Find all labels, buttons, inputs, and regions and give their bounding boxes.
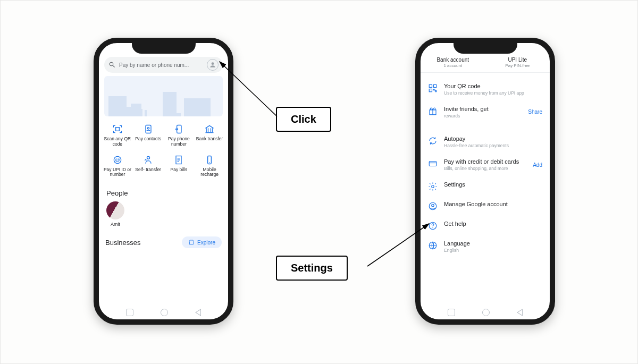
nav-home-icon[interactable] [482, 309, 490, 316]
tab-bank-account[interactable]: Bank account 1 account [421, 55, 485, 72]
profile-menu-list: Your QR code Use to receive money from a… [421, 78, 550, 258]
action-label: Pay contacts [135, 137, 161, 142]
android-nav-bar [99, 308, 228, 317]
phone-mock-home: Pay by name or phone num... Scan any QR … [94, 38, 233, 325]
row-autopay[interactable]: Autopay Hassle-free automatic payments [421, 131, 550, 154]
nav-home-icon[interactable] [161, 309, 168, 316]
row-title: Your QR code [444, 83, 542, 89]
search-icon [108, 61, 116, 69]
row-title: Get help [444, 221, 542, 227]
bills-icon [173, 155, 184, 165]
bank-icon [204, 124, 215, 134]
phone-mock-settings: Bank account 1 account UPI Lite Pay PIN-… [415, 38, 555, 325]
row-title: Settings [444, 181, 542, 188]
row-qr-code[interactable]: Your QR code Use to receive money from a… [421, 78, 550, 101]
action-label: Scan any QR code [103, 137, 132, 147]
svg-rect-1 [116, 128, 120, 131]
action-scan-qr[interactable]: Scan any QR code [102, 124, 133, 147]
row-subtitle: English [444, 248, 542, 253]
row-title: Autopay [444, 136, 542, 142]
row-cards[interactable]: Pay with credit or debit cards Bills, on… [421, 154, 550, 176]
card-icon [428, 159, 438, 168]
people-row: Amit [106, 201, 221, 227]
action-label: Pay phone number [164, 137, 193, 147]
self-transfer-icon [143, 155, 154, 165]
svg-text:@: @ [115, 157, 120, 163]
action-pay-upi[interactable]: @ Pay UPI ID or number [102, 155, 133, 178]
recharge-icon [204, 155, 215, 165]
businesses-heading: Businesses [105, 239, 140, 247]
person-avatar [106, 201, 124, 219]
row-invite-friends[interactable]: Invite friends, get rewards Share [421, 101, 550, 124]
svg-point-18 [432, 204, 434, 207]
svg-rect-12 [434, 84, 436, 87]
action-pay-bills[interactable]: Pay bills [164, 155, 195, 178]
row-subtitle: Use to receive money from any UPI app [444, 90, 542, 96]
android-nav-bar [421, 308, 550, 317]
svg-point-0 [212, 62, 214, 65]
action-recharge[interactable]: Mobile recharge [194, 155, 225, 178]
autopay-icon [428, 136, 438, 146]
search-placeholder: Pay by name or phone num... [119, 62, 204, 68]
row-get-help[interactable]: Get help [421, 216, 550, 235]
qr-scan-icon [112, 124, 123, 134]
nav-back-icon[interactable] [517, 309, 523, 316]
svg-point-20 [432, 227, 433, 228]
svg-point-16 [432, 185, 434, 188]
nav-recent-icon[interactable] [126, 309, 133, 316]
phone-pay-icon [173, 124, 184, 134]
row-title: Invite friends, get [444, 106, 522, 112]
qr-icon [428, 83, 438, 93]
help-icon [428, 221, 438, 231]
row-title: Manage Google account [444, 201, 542, 207]
row-subtitle: Hassle-free automatic payments [444, 143, 542, 149]
gear-icon [428, 182, 438, 191]
row-language[interactable]: Language English [421, 235, 550, 258]
action-self-transfer[interactable]: Self- transfer [133, 155, 164, 178]
payment-method-tabs: Bank account 1 account UPI Lite Pay PIN-… [421, 55, 550, 73]
row-subtitle: Bills, online shopping, and more [444, 166, 526, 172]
nav-back-icon[interactable] [195, 309, 201, 316]
nav-recent-icon[interactable] [448, 309, 455, 316]
people-heading: People [106, 189, 221, 197]
hero-illustration [104, 76, 223, 116]
person-amit[interactable]: Amit [106, 201, 124, 227]
search-bar[interactable]: Pay by name or phone num... [104, 57, 223, 73]
action-label: Mobile recharge [195, 167, 224, 178]
action-label: Pay bills [171, 167, 188, 173]
action-pay-phone[interactable]: Pay phone number [164, 124, 195, 147]
svg-point-7 [147, 156, 149, 159]
tab-title: Bank account [421, 57, 485, 63]
google-account-icon [428, 201, 438, 211]
action-label: Bank transfer [196, 137, 223, 142]
tab-upi-lite[interactable]: UPI Lite Pay PIN-free [485, 55, 550, 72]
svg-rect-15 [429, 161, 436, 166]
gift-icon [428, 106, 438, 116]
quick-actions-grid: Scan any QR code Pay contacts Pay phone … [102, 124, 225, 177]
tab-subtitle: 1 account [421, 63, 485, 68]
explore-label: Explore [197, 240, 215, 246]
contacts-icon [143, 124, 154, 134]
person-name: Amit [111, 222, 120, 227]
action-pay-contacts[interactable]: Pay contacts [133, 124, 164, 147]
row-settings[interactable]: Settings [421, 176, 550, 196]
row-manage-google[interactable]: Manage Google account [421, 196, 550, 216]
upi-id-icon: @ [112, 155, 123, 165]
globe-icon [428, 241, 438, 250]
explore-button[interactable]: Explore [182, 236, 222, 248]
tab-subtitle: Pay PIN-free [485, 63, 550, 68]
profile-avatar-button[interactable] [207, 59, 219, 71]
tab-title: UPI Lite [485, 57, 550, 63]
add-link[interactable]: Add [533, 162, 542, 168]
callout-settings: Settings [276, 256, 348, 281]
profile-avatar-icon [209, 61, 216, 69]
share-link[interactable]: Share [528, 109, 542, 115]
row-subtitle: rewards [444, 113, 522, 119]
svg-point-3 [147, 128, 149, 129]
row-title: Pay with credit or debit cards [444, 158, 526, 165]
action-bank-transfer[interactable]: Bank transfer [194, 124, 225, 147]
svg-rect-13 [429, 89, 432, 92]
callout-click: Click [276, 107, 331, 132]
action-label: Pay UPI ID or number [103, 167, 132, 178]
action-label: Self- transfer [135, 167, 161, 173]
